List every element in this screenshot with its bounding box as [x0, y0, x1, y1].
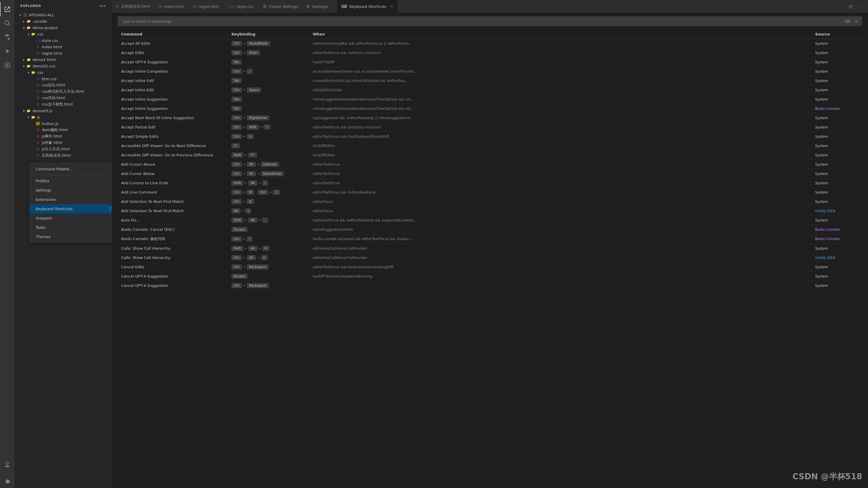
tab-label: regist.html: [198, 4, 219, 9]
table-row[interactable]: Accept Partial Edit Ctrl + Shift + Y edi…: [118, 123, 862, 132]
source-control-icon[interactable]: [0, 30, 14, 44]
key: F7: [248, 152, 257, 157]
menu-snippets[interactable]: Snippets: [30, 213, 112, 223]
keybinding-cell: Tab: [231, 97, 313, 102]
table-row[interactable]: Accept Simple Edits Ctrl + G editorTextF…: [118, 132, 862, 141]
tree-item-indexhtml[interactable]: H index.html: [14, 44, 112, 50]
table-row[interactable]: Add Selection To Next Find Match Ctrl + …: [118, 197, 862, 206]
menu-command-palette[interactable]: Command Palette... Ctrl+Shift+A: [30, 164, 112, 174]
table-row[interactable]: Accept Inline Suggestion Tab inlineSugge…: [118, 95, 862, 104]
tab-keyboard-shortcuts[interactable]: ⌨ Keyboard Shortcuts ✕: [337, 0, 398, 13]
tree-item-vscode[interactable]: ▸ 📁 .vscode: [14, 18, 112, 24]
tree-item-js-folder[interactable]: ▾ 📂 js: [14, 114, 112, 120]
menu-tasks[interactable]: Tasks: [30, 223, 112, 232]
table-row[interactable]: Baidu Comate: Cancel (ESC) Escape inline…: [118, 225, 862, 234]
menu-settings[interactable]: Settings Ctrl+,: [30, 185, 112, 195]
table-row[interactable]: Accept All Edits Ctrl + PauseBreak edito…: [118, 39, 862, 48]
table-row[interactable]: Cancel GPT-4 Suggestion Escape hadGPT4In…: [118, 272, 862, 281]
tree-item-demo03js[interactable]: ▾ 📂 demo03-js: [14, 108, 112, 114]
search-icon[interactable]: [0, 16, 14, 30]
table-row[interactable]: Add Cursor Below Ctrl + Alt + DownArrow …: [118, 169, 862, 178]
key: /: [247, 69, 253, 74]
command-cell: Accept Partial Edit: [121, 125, 231, 130]
when-cell: editorFocus: [313, 209, 815, 213]
tree-root[interactable]: ▾ ⬛ ATGUIGU-ALL: [14, 11, 112, 18]
keybinding-cell: Ctrl + Alt + DownArrow: [231, 171, 313, 176]
tab-cursor-settings[interactable]: ⚙ Cursor Settings: [259, 0, 302, 13]
tree-item-dom[interactable]: H dom编程.html: [14, 127, 112, 133]
menu-extensions[interactable]: Extensions Ctrl+Shift+X: [30, 195, 112, 204]
table-row[interactable]: Add Selection To Next Find Match Alt + J…: [118, 206, 862, 216]
search-input[interactable]: [118, 16, 862, 26]
menu-themes[interactable]: Themes ▸: [30, 232, 112, 241]
key: Ctrl: [231, 162, 242, 167]
tree-item-js-obj[interactable]: H js对象.html: [14, 140, 112, 146]
tree-item-regex[interactable]: H 正则表达式.html: [14, 152, 112, 159]
tree-item-css-float[interactable]: H css浮动.html: [14, 95, 112, 101]
tree-item-js-import[interactable]: H js引入方式.html: [14, 146, 112, 152]
table-row[interactable]: Accept Inline Suggestion Tab inlineSugge…: [118, 104, 862, 113]
split-editor-button[interactable]: ⊟: [846, 2, 855, 11]
tree-item-js-event[interactable]: H js事件.html: [14, 133, 112, 140]
plus: +: [245, 181, 247, 185]
tab-settings[interactable]: ⚙ Settings: [302, 0, 337, 13]
command-cell: Cancel GPT-4 Suggestion: [121, 283, 231, 288]
tree-item-demo02css[interactable]: ▾ 📂 demo02-css: [14, 63, 112, 69]
tab-close-button[interactable]: ✕: [390, 4, 394, 9]
key: Ctrl: [257, 190, 268, 195]
tree-item-stylecss[interactable]: css style.css: [14, 37, 112, 44]
table-row[interactable]: Auto Fix... Shift + Alt + . textInputFoc…: [118, 216, 862, 225]
tree-item-css-folder[interactable]: ▾ 📂 css: [14, 31, 112, 37]
extensions-icon[interactable]: [0, 58, 14, 72]
tree-item-css-dingwei[interactable]: H css定位.html: [14, 82, 112, 88]
table-row[interactable]: Add Cursors to Line Ends Shift + Alt + I…: [118, 178, 862, 188]
table-row[interactable]: Accept Inline Completion Ctrl + / access…: [118, 67, 862, 76]
expand-arrow: ▾: [18, 13, 23, 17]
tree-item-demo1html[interactable]: ▸ 📁 demo1-html: [14, 56, 112, 63]
more-actions-button[interactable]: ···: [857, 2, 866, 11]
table-row[interactable]: Accept GPT-4 Suggestion Tab hasGPT4Diff …: [118, 58, 862, 67]
tree-item-css-box[interactable]: H css盒子模型.html: [14, 101, 112, 108]
table-row[interactable]: Accept Inline Edit Ctrl + Space inlineEd…: [118, 85, 862, 95]
sort-button[interactable]: ⇅: [852, 18, 860, 25]
table-row[interactable]: Accessible Diff Viewer: Go to Previous D…: [118, 150, 862, 160]
table-row[interactable]: Accept Next Word Of Inline Suggestion Ct…: [118, 113, 862, 123]
account-icon[interactable]: [0, 458, 14, 472]
table-row[interactable]: Baidu Comate: 修改代码 Ctrl + I baidu.comate…: [118, 234, 862, 244]
settings-gear-icon[interactable]: [0, 474, 14, 488]
tree-item-demo-project[interactable]: ▾ 📂 demo-project: [14, 24, 112, 31]
folder-open-icon: 📂: [26, 108, 31, 113]
sidebar-menu-button[interactable]: ···: [99, 3, 106, 9]
keybinding-cell: Alt + J: [231, 208, 313, 213]
tree-item-buttonjs[interactable]: JS button.js: [14, 120, 112, 127]
table-row[interactable]: Cancel GPT-4 Suggestion Ctrl + Backspace…: [118, 281, 862, 290]
tab-regist[interactable]: H regist.html: [189, 0, 224, 13]
source-cell: System: [815, 200, 859, 204]
table-row[interactable]: Accessible Diff Viewer: Go to Next Diffe…: [118, 141, 862, 150]
keybinding-cell: Ctrl + Alt + H: [231, 255, 313, 260]
table-row[interactable]: Accept Edits Ctrl + Enter editorTextFocu…: [118, 48, 862, 58]
tab-style[interactable]: css style.css: [224, 0, 259, 13]
table-row[interactable]: Calls: Show Call Hierarchy Ctrl + Alt + …: [118, 253, 862, 262]
explorer-icon[interactable]: [0, 2, 14, 16]
table-row[interactable]: Add Cursor Above Ctrl + Alt + UpArrow ed…: [118, 160, 862, 169]
menu-profiles[interactable]: Profiles ▸: [30, 176, 112, 185]
tab-regex[interactable]: H 正则表达式.html: [112, 0, 154, 13]
when-cell: inlineSuggestionVisible: [313, 228, 815, 232]
run-icon[interactable]: [0, 44, 14, 58]
tree-item-css2[interactable]: ▾ 📂 css: [14, 69, 112, 76]
table-row[interactable]: Cancel Edits Ctrl + Backspace editorText…: [118, 262, 862, 272]
activity-bar: [0, 0, 14, 488]
key: PauseBreak: [247, 41, 270, 46]
source-cell: System: [815, 275, 859, 279]
menu-item-shortcut: Ctrl+Shift+X: [112, 197, 112, 201]
tree-item-registhtml[interactable]: H regist.html: [14, 50, 112, 56]
menu-keyboard-shortcuts[interactable]: Keyboard Shortcuts Ctrl+M Ctrl+S: [30, 204, 112, 213]
record-keys-button[interactable]: ⌨: [844, 18, 851, 25]
tree-item-btmcss[interactable]: css btm.css: [14, 76, 112, 82]
table-row[interactable]: Accept Inline Edit Tab cursorAtInlineEdi…: [118, 76, 862, 85]
tab-index[interactable]: H index.html: [154, 0, 189, 13]
tree-item-css-import[interactable]: H css样式的引入方法.html: [14, 88, 112, 95]
table-row[interactable]: Calls: Show Call Hierarchy Shift + Alt +…: [118, 244, 862, 253]
table-row[interactable]: Add Line Comment Ctrl + M Ctrl + C edito…: [118, 188, 862, 197]
